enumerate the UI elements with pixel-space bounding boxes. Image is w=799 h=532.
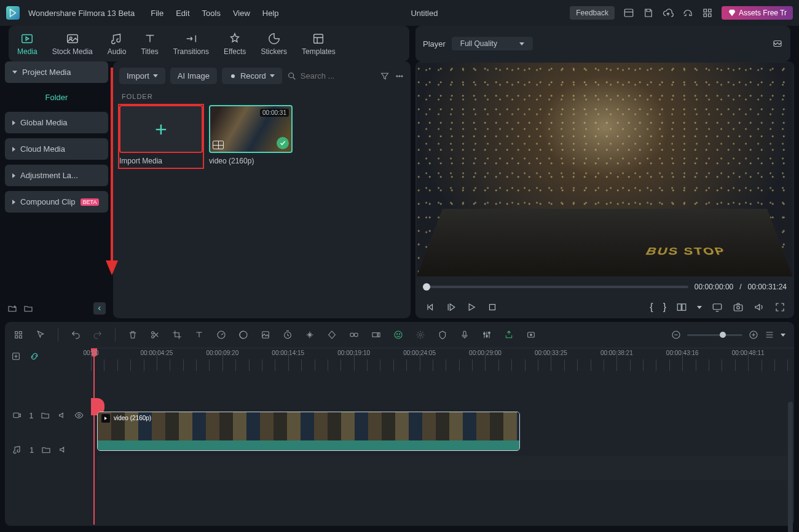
chained-icon[interactable] <box>349 330 359 340</box>
zoom-slider[interactable] <box>687 334 742 336</box>
prev-frame-icon[interactable] <box>424 302 435 313</box>
split-icon[interactable] <box>150 330 160 340</box>
import-dropdown[interactable]: Import <box>119 68 165 84</box>
chevron-down-icon[interactable] <box>697 306 702 309</box>
chevron-down-icon <box>519 42 524 45</box>
mask-icon[interactable] <box>261 330 270 340</box>
play-pause-icon[interactable] <box>445 302 456 313</box>
add-track-icon[interactable] <box>11 351 21 361</box>
audio-track-header[interactable]: 1 <box>5 435 91 464</box>
collapse-sidebar-button[interactable] <box>93 302 106 315</box>
media-clip-tile[interactable]: 00:00:31 video (2160p) <box>209 105 293 168</box>
tab-titles[interactable]: Titles <box>141 32 158 56</box>
crop-icon[interactable] <box>172 330 182 340</box>
ai-image-button[interactable]: AI Image <box>170 68 217 84</box>
menu-file[interactable]: File <box>151 9 163 18</box>
assets-free-trial-button[interactable]: Assets Free Tr <box>722 6 793 20</box>
menu-edit[interactable]: Edit <box>176 9 189 18</box>
render-icon[interactable] <box>504 330 514 340</box>
layout-icon[interactable] <box>623 7 634 18</box>
scrub-head[interactable] <box>423 283 430 291</box>
duration-icon[interactable] <box>283 330 293 340</box>
scrub-bar[interactable] <box>423 286 688 288</box>
fullscreen-icon[interactable] <box>774 302 785 313</box>
tab-media[interactable]: Media <box>17 32 37 56</box>
preview-video[interactable]: BUS STOP <box>417 63 793 276</box>
record-dropdown[interactable]: Record <box>222 68 282 84</box>
face-icon[interactable] <box>393 330 403 340</box>
mute-icon[interactable] <box>58 445 68 455</box>
marker-icon[interactable] <box>438 330 447 340</box>
folder-tab[interactable]: Folder <box>5 88 108 107</box>
aspect-icon[interactable] <box>371 330 381 340</box>
headphones-icon[interactable] <box>682 7 693 18</box>
compare-view-icon[interactable] <box>676 302 687 313</box>
link-icon[interactable] <box>30 351 39 361</box>
track-view-icon[interactable] <box>765 330 774 340</box>
save-icon[interactable] <box>643 7 654 18</box>
timeline-clip[interactable]: video (2160p) <box>97 412 520 451</box>
redo-icon[interactable] <box>93 330 103 340</box>
menu-tools[interactable]: Tools <box>202 9 221 18</box>
voiceover-icon[interactable] <box>460 330 470 340</box>
visibility-icon[interactable] <box>74 410 84 420</box>
menu-view[interactable]: View <box>233 9 250 18</box>
feedback-button[interactable]: Feedback <box>570 6 615 20</box>
stop-icon[interactable] <box>487 302 498 313</box>
vertical-scrollbar[interactable] <box>788 402 793 532</box>
undo-icon[interactable] <box>71 330 81 340</box>
display-icon[interactable] <box>712 302 723 313</box>
folder-collapse-icon[interactable] <box>23 303 33 313</box>
sidebar-item-adjustment-layer[interactable]: Adjustment La... <box>5 165 108 186</box>
new-folder-icon[interactable] <box>7 303 17 313</box>
zoom-in-icon[interactable] <box>749 330 758 340</box>
sidebar-item-cloud-media[interactable]: Cloud Media <box>5 138 108 160</box>
sparkle-icon[interactable] <box>415 330 425 340</box>
play-icon[interactable] <box>466 302 477 313</box>
sidebar-item-compound-clip[interactable]: Compound ClipBETA <box>5 191 108 213</box>
time-ruler[interactable]: 00:0000:00:04:2500:00:09:2000:00:14:1500… <box>91 348 794 371</box>
mute-icon[interactable] <box>58 410 67 420</box>
snapshot-icon[interactable] <box>733 302 744 313</box>
tab-stock-media[interactable]: Stock Media <box>52 32 93 56</box>
import-media-tile[interactable]: + Import Media <box>119 105 203 168</box>
mark-out-icon[interactable]: } <box>663 302 666 313</box>
delete-icon[interactable] <box>128 330 138 340</box>
project-media-section[interactable]: Project Media <box>5 61 108 83</box>
more-icon[interactable] <box>395 71 404 81</box>
empty-audio-lane[interactable] <box>97 456 788 480</box>
cloud-upload-icon[interactable] <box>663 7 674 18</box>
zoom-out-icon[interactable] <box>671 330 681 340</box>
quality-dropdown[interactable]: Full Quality <box>452 37 533 50</box>
menu-help[interactable]: Help <box>262 9 279 18</box>
tab-templates[interactable]: Templates <box>302 32 336 56</box>
diamond-icon <box>728 9 736 17</box>
keyframe-center-icon[interactable] <box>305 330 315 340</box>
tab-audio[interactable]: Audio <box>108 32 127 56</box>
search-input[interactable] <box>301 71 350 80</box>
volume-icon[interactable] <box>754 302 765 313</box>
video-track-header[interactable]: 1 <box>5 396 91 435</box>
tab-stickers[interactable]: Stickers <box>261 32 287 56</box>
speed-icon[interactable] <box>216 330 226 340</box>
grid-icon[interactable] <box>14 330 23 340</box>
keyframe-icon[interactable] <box>327 330 337 340</box>
text-icon[interactable] <box>194 330 204 340</box>
sidebar-item-global-media[interactable]: Global Media <box>5 112 108 133</box>
cursor-icon[interactable] <box>36 330 45 340</box>
chevron-down-icon <box>12 71 17 74</box>
preview-pane: BUS STOP 00:00:00:00 / 00:00:31:24 { } <box>415 61 794 318</box>
snapshot-indicator-icon[interactable] <box>772 38 783 49</box>
folder-icon[interactable] <box>41 445 51 455</box>
folder-icon[interactable] <box>41 410 50 420</box>
mixer-icon[interactable] <box>482 330 492 340</box>
tab-transitions[interactable]: Transitions <box>173 32 209 56</box>
color-icon[interactable] <box>238 330 248 340</box>
filter-icon[interactable] <box>380 71 390 81</box>
chevron-down-icon[interactable] <box>781 334 785 337</box>
record-rect-icon[interactable] <box>526 330 536 340</box>
mark-in-icon[interactable]: { <box>650 302 653 313</box>
search-field[interactable] <box>287 71 375 81</box>
tab-effects[interactable]: Effects <box>224 32 246 56</box>
apps-grid-icon[interactable] <box>702 7 713 18</box>
